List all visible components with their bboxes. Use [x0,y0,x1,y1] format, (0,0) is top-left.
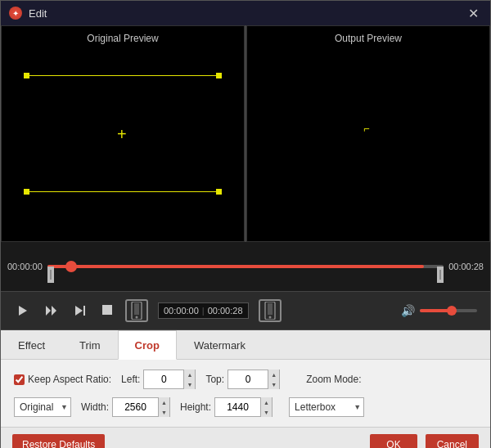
volume-slider[interactable] [420,309,477,312]
preview-row: Original Preview + Output Preview ⌐ [1,25,490,242]
top-input[interactable] [228,370,268,388]
crop-line-bottom [26,191,219,192]
svg-rect-9 [102,305,112,315]
width-input[interactable] [113,398,158,416]
stop-button[interactable] [99,301,115,320]
top-label: Top: [205,374,224,385]
crop-handle-br[interactable] [216,189,222,195]
top-spin-up[interactable]: ▲ [268,370,279,379]
title-bar: ✦ Edit ✕ [1,1,490,25]
zoom-mode-static-label: Zoom Mode: [306,374,361,385]
left-field-group: Left: ▲ ▼ [121,370,196,389]
left-spin-down[interactable]: ▼ [183,379,195,389]
total-time: 00:00:28 [208,306,243,316]
top-input-wrap: ▲ ▼ [227,370,280,389]
current-time: 00:00:00 [164,306,199,316]
keep-aspect-label: Keep Aspect Ratio: [28,374,111,385]
timeline-track[interactable] [47,265,444,268]
left-spin-up[interactable]: ▲ [183,370,195,379]
output-preview-marker: ⌐ [363,123,370,135]
height-field-group: Height: ▲ ▼ [180,397,273,417]
width-field-group: Width: ▲ ▼ [81,397,170,417]
tab-crop[interactable]: Crop [118,330,177,360]
svg-point-15 [268,316,271,319]
timeline-area: 00:00:00 00:00:28 [1,242,490,291]
height-input-wrap: ▲ ▼ [214,397,273,417]
trim-handle-left[interactable] [47,267,54,283]
timeline-fill [47,265,424,268]
zoom-mode-dropdown[interactable]: Letterbox Pan & Scan Full Stretch [289,397,364,417]
tab-effect[interactable]: Effect [1,330,62,359]
footer-right: OK Cancel [370,434,479,449]
svg-rect-1 [50,270,52,280]
svg-rect-8 [83,306,85,316]
svg-marker-4 [19,306,27,316]
original-preview-label: Original Preview [87,33,158,44]
cancel-button[interactable]: Cancel [426,434,479,449]
dialog-icon: ✦ [9,7,22,20]
device-icon-left [125,299,148,322]
svg-marker-5 [46,306,51,316]
top-field-group: Top: ▲ ▼ [205,370,280,389]
preset-dropdown-wrap: Original 16:9 4:3 1:1 ▼ [14,397,71,417]
height-label: Height: [180,401,211,413]
top-spinners: ▲ ▼ [268,370,279,389]
volume-area: 🔊 [401,304,477,317]
footer-bar: Restore Defaults OK Cancel [1,427,490,448]
play-button[interactable] [14,302,32,320]
timeline-thumb[interactable] [65,261,77,272]
svg-marker-6 [52,306,56,316]
volume-thumb[interactable] [447,306,457,316]
crosshair-icon: + [117,124,127,143]
tab-trim[interactable]: Trim [62,330,118,359]
keep-aspect-wrap: Keep Aspect Ratio: [14,374,111,385]
dialog-title: Edit [29,7,465,20]
width-spinners: ▲ ▼ [158,397,169,417]
top-spin-down[interactable]: ▼ [268,379,279,389]
tabs-row: Effect Trim Crop Watermark [1,330,490,360]
tab-watermark[interactable]: Watermark [177,330,263,359]
volume-icon: 🔊 [401,304,415,317]
height-spinners: ▲ ▼ [260,397,272,417]
preset-dropdown[interactable]: Original 16:9 4:3 1:1 [14,397,71,417]
step-button[interactable] [71,302,89,320]
close-button[interactable]: ✕ [465,6,482,21]
height-spin-up[interactable]: ▲ [260,397,272,407]
height-input[interactable] [215,398,260,416]
crop-handle-tr[interactable] [216,73,222,78]
crop-handle-bl[interactable] [24,189,29,195]
timeline-end-time: 00:00:28 [448,262,484,271]
width-input-wrap: ▲ ▼ [112,397,170,417]
keep-aspect-checkbox[interactable] [14,374,25,385]
controls-bar: 00:00:00 | 00:00:28 🔊 [1,291,490,330]
trim-handle-right[interactable] [437,267,444,283]
device-icon-right [259,299,282,322]
output-preview-panel: Output Preview ⌐ [246,25,490,242]
left-input[interactable] [144,370,183,388]
timeline-start-time: 00:00:00 [7,262,43,271]
crop-handle-tl[interactable] [24,73,29,78]
svg-point-12 [136,316,138,319]
edit-dialog: ✦ Edit ✕ Original Preview + Output Previ… [0,0,491,448]
svg-rect-14 [268,303,273,315]
crop-line-top [26,75,219,76]
width-label: Width: [81,401,109,413]
left-spinners: ▲ ▼ [183,370,195,389]
crop-row-1: Keep Aspect Ratio: Left: ▲ ▼ Top: ▲ [14,370,477,389]
restore-defaults-button[interactable]: Restore Defaults [12,434,105,449]
height-spin-down[interactable]: ▼ [260,407,272,417]
svg-marker-7 [75,306,83,316]
crop-row-2: Original 16:9 4:3 1:1 ▼ Width: ▲ ▼ [14,397,477,417]
zoom-mode-dropdown-wrap: Letterbox Pan & Scan Full Stretch ▼ [289,397,364,417]
crop-settings: Keep Aspect Ratio: Left: ▲ ▼ Top: ▲ [1,360,490,427]
width-spin-up[interactable]: ▲ [158,397,169,407]
svg-rect-11 [134,303,139,315]
width-spin-down[interactable]: ▼ [158,407,169,417]
fast-forward-button[interactable] [42,302,61,320]
svg-rect-3 [439,270,441,280]
original-preview-panel: Original Preview + [1,25,245,242]
ok-button[interactable]: OK [370,434,417,449]
left-input-wrap: ▲ ▼ [143,370,196,389]
time-display: 00:00:00 | 00:00:28 [158,302,249,319]
output-preview-label: Output Preview [335,33,402,44]
